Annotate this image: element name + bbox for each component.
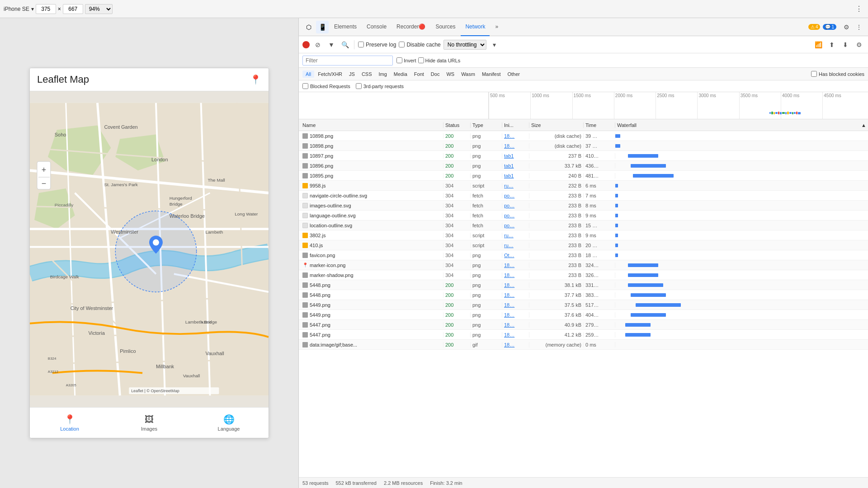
blocked-requests-label[interactable]: Blocked Requests <box>302 83 350 89</box>
network-settings-icon[interactable]: ⚙ <box>854 39 864 50</box>
row-status: 200 <box>443 322 471 328</box>
disable-cache-checkbox[interactable] <box>399 42 405 47</box>
type-filter-js[interactable]: JS <box>346 70 358 78</box>
table-row[interactable]: 5447.png 200 png 18… 40.9 kB 279… <box>299 320 868 330</box>
table-row[interactable]: 10896.png 200 png tab1 33.7 kB 436… <box>299 161 868 171</box>
stop-recording-icon[interactable]: ⊘ <box>312 39 323 50</box>
tab-sources[interactable]: Sources <box>431 18 460 36</box>
nav-item-images[interactable]: 🖼 Images <box>109 408 189 438</box>
invert-filter-label[interactable]: Invert <box>396 57 416 63</box>
table-row[interactable]: 5448.png 200 png 18… 38.1 kB 331… <box>299 280 868 290</box>
table-row[interactable]: 10895.png 200 png tab1 240 B 481… <box>299 171 868 181</box>
has-blocked-cookies-checkbox[interactable] <box>811 71 817 77</box>
type-filter-css[interactable]: CSS <box>359 70 375 78</box>
more-devtools-icon[interactable]: ⋮ <box>854 22 864 33</box>
table-row[interactable]: navigate-circle-outline.svg 304 fetch po… <box>299 191 868 201</box>
filter-icon[interactable]: ▼ <box>326 39 337 50</box>
col-header-initiator[interactable]: Ini... <box>502 122 529 128</box>
more-options-button[interactable]: ⋮ <box>854 3 864 15</box>
blocked-requests-checkbox[interactable] <box>302 83 308 89</box>
type-filter-manifest[interactable]: Manifest <box>479 70 504 78</box>
type-filter-doc[interactable]: Doc <box>428 70 443 78</box>
throttle-dropdown-icon[interactable]: ▾ <box>489 39 500 50</box>
table-row[interactable]: 10898.png 200 png 18… (disk cache) 39 … <box>299 131 868 141</box>
height-input[interactable] <box>63 4 83 14</box>
nav-item-location[interactable]: 📍 Location <box>30 408 109 438</box>
table-row[interactable]: 10898.png 200 png 18… (disk cache) 37 … <box>299 141 868 151</box>
device-dropdown-icon[interactable]: ▾ <box>31 6 34 12</box>
table-row[interactable]: 5449.png 200 png 18… 37.5 kB 517… <box>299 300 868 310</box>
row-name: navigate-circle-outline.svg <box>299 193 443 198</box>
table-row[interactable]: marker-shadow.png 304 png 18… 233 B 326… <box>299 270 868 280</box>
network-table[interactable]: Name Status Type Ini... Size Time <box>299 119 868 477</box>
col-header-type[interactable]: Type <box>471 122 502 128</box>
hide-data-urls-checkbox[interactable] <box>418 57 424 63</box>
preserve-log-checkbox[interactable] <box>358 42 364 47</box>
row-waterfall <box>615 300 868 310</box>
width-input[interactable] <box>36 4 56 14</box>
settings-icon[interactable]: ⚙ <box>841 22 852 33</box>
row-type: png <box>471 332 502 338</box>
tick-3500ms: 3500 ms <box>739 92 758 119</box>
online-status-icon[interactable]: 📶 <box>813 39 824 50</box>
table-row[interactable]: 5449.png 200 png 18… 37.6 kB 404… <box>299 310 868 320</box>
row-size: (disk cache) <box>529 143 584 149</box>
table-row[interactable]: 9958.js 304 script ru… 232 B 6 ms <box>299 181 868 191</box>
type-filter-media[interactable]: Media <box>391 70 410 78</box>
row-waterfall <box>615 250 868 260</box>
table-row[interactable]: 📍marker-icon.png 304 png 18… 233 B 324… <box>299 260 868 270</box>
type-filter-other[interactable]: Other <box>504 70 523 78</box>
table-row[interactable]: 5448.png 200 png 18… 37.7 kB 383… <box>299 290 868 300</box>
row-waterfall <box>615 280 868 290</box>
table-row[interactable]: favicon.png 304 png Ot… 233 B 18 … <box>299 250 868 260</box>
table-row[interactable]: images-outline.svg 304 fetch po… 233 B 8… <box>299 201 868 211</box>
has-blocked-cookies-filter[interactable]: Has blocked cookies <box>811 71 864 77</box>
table-row[interactable]: 410.js 304 script ru… 233 B 20 … <box>299 240 868 250</box>
row-status: 304 <box>443 253 471 258</box>
tab-elements[interactable]: Elements <box>330 18 361 36</box>
col-header-waterfall[interactable]: Waterfall ▲ <box>615 122 868 128</box>
col-header-name[interactable]: Name <box>299 122 443 128</box>
col-header-size[interactable]: Size <box>529 122 584 128</box>
table-row[interactable]: data:image/gif;base... 200 gif 18… (memo… <box>299 340 868 350</box>
type-filter-ws[interactable]: WS <box>443 70 458 78</box>
type-filter-wasm[interactable]: Wasm <box>458 70 478 78</box>
col-header-time[interactable]: Time <box>584 122 615 128</box>
type-filter-img[interactable]: Img <box>376 70 390 78</box>
type-filter-all[interactable]: All <box>302 70 314 78</box>
third-party-checkbox[interactable] <box>356 83 362 89</box>
invert-checkbox[interactable] <box>396 57 402 63</box>
tab-recorder[interactable]: Recorder 🔴 <box>392 18 430 36</box>
table-row[interactable]: language-outline.svg 304 fetch po… 233 B… <box>299 211 868 221</box>
tab-more[interactable]: » <box>491 18 503 36</box>
record-button[interactable] <box>302 41 310 48</box>
device-selector[interactable]: iPhone SE ▾ <box>4 6 34 12</box>
third-party-label[interactable]: 3rd-party requests <box>356 83 404 89</box>
search-network-icon[interactable]: 🔍 <box>340 39 350 50</box>
table-row[interactable]: location-outline.svg 304 fetch po… 233 B… <box>299 221 868 230</box>
timeline-header: 500 ms 1000 ms 1500 ms 2000 ms 2500 ms 3… <box>299 92 868 119</box>
tab-console[interactable]: Console <box>362 18 391 36</box>
table-row[interactable]: 5447.png 200 png 18… 41.2 kB 259… <box>299 330 868 340</box>
table-row[interactable]: 3802.js 304 script ru… 233 B 9 ms <box>299 230 868 240</box>
type-filter-fetch[interactable]: Fetch/XHR <box>315 70 345 78</box>
zoom-select[interactable]: 94% 100% 75% 50% <box>85 4 113 14</box>
nav-item-language[interactable]: 🌐 Language <box>189 408 269 438</box>
device-toolbar-icon[interactable]: 📱 <box>316 21 329 33</box>
upload-icon[interactable]: ⬆ <box>826 39 837 50</box>
table-row[interactable]: 10897.png 200 png tab1 237 B 410… <box>299 151 868 161</box>
hide-data-urls-label[interactable]: Hide data URLs <box>418 57 461 63</box>
throttle-select[interactable]: No throttling <box>443 40 486 50</box>
pointer-tool-icon[interactable]: ⬡ <box>302 21 315 33</box>
map-container[interactable]: + − Soho Covent Garden London Piccadilly… <box>30 91 269 407</box>
row-time: 15 … <box>584 223 615 228</box>
disable-cache-label[interactable]: Disable cache <box>399 42 440 48</box>
filter-input[interactable] <box>302 56 393 66</box>
tab-network[interactable]: Network <box>461 18 490 36</box>
download-icon[interactable]: ⬇ <box>840 39 851 50</box>
col-header-status[interactable]: Status <box>443 122 471 128</box>
row-time: 8 ms <box>584 203 615 208</box>
preserve-log-label[interactable]: Preserve log <box>358 42 396 48</box>
row-size: 33.7 kB <box>529 163 584 169</box>
type-filter-font[interactable]: Font <box>411 70 427 78</box>
